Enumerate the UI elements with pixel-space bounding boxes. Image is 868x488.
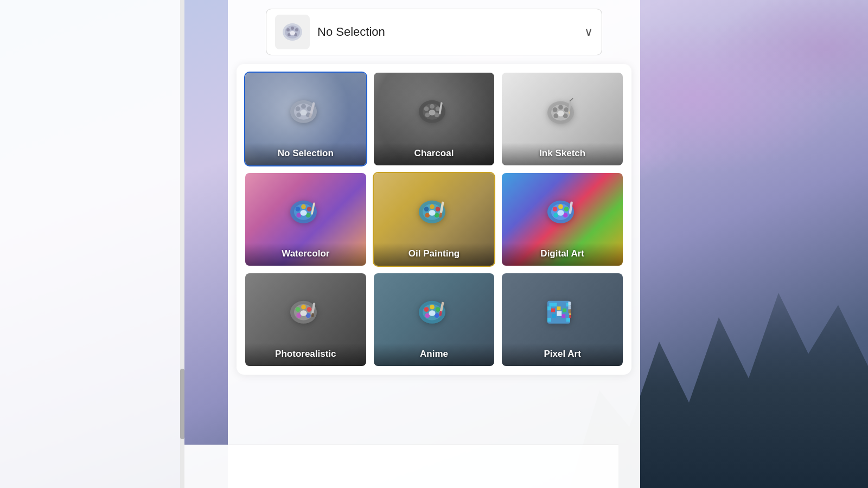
svg-rect-105 — [569, 313, 571, 315]
svg-point-51 — [436, 207, 441, 211]
svg-rect-92 — [547, 318, 551, 322]
svg-point-29 — [552, 107, 557, 112]
dropdown-icon-box — [275, 15, 310, 49]
svg-point-45 — [301, 210, 307, 216]
svg-point-25 — [429, 110, 435, 115]
svg-rect-91 — [566, 318, 570, 322]
card-label-photorealistic: Photorealistic — [245, 343, 366, 366]
svg-point-42 — [307, 207, 312, 211]
svg-point-2 — [286, 28, 290, 31]
main-panel: No Selection ∨ No Selection — [228, 0, 640, 488]
svg-rect-104 — [568, 311, 571, 313]
scrollbar[interactable] — [180, 0, 184, 488]
svg-rect-98 — [557, 311, 561, 316]
svg-rect-96 — [561, 314, 565, 318]
svg-point-34 — [557, 111, 564, 117]
sidebar-left — [0, 0, 184, 488]
svg-rect-101 — [568, 305, 571, 307]
style-card-no-selection[interactable]: No Selection — [244, 72, 367, 166]
svg-point-61 — [564, 207, 569, 211]
svg-rect-89 — [547, 306, 551, 310]
scroll-thumb[interactable] — [180, 369, 184, 439]
style-card-watercolor[interactable]: Watercolor — [244, 172, 367, 267]
svg-point-59 — [552, 207, 557, 211]
style-card-oil-painting[interactable]: Oil Painting — [373, 172, 496, 267]
svg-point-41 — [301, 204, 306, 209]
svg-line-35 — [570, 98, 573, 101]
dropdown-label: No Selection — [317, 25, 577, 39]
palette-watercolor-icon — [286, 192, 324, 237]
card-label-watercolor: Watercolor — [245, 243, 366, 266]
style-card-charcoal[interactable]: Charcoal — [373, 72, 496, 166]
palette-pixel-icon — [544, 293, 582, 337]
svg-point-7 — [290, 31, 295, 35]
svg-point-4 — [295, 28, 298, 31]
card-label-oil-painting: Oil Painting — [374, 243, 495, 266]
sidebar-right — [618, 0, 868, 488]
svg-point-60 — [558, 204, 563, 209]
palette-photo-icon — [286, 293, 324, 337]
card-label-no-selection: No Selection — [245, 143, 366, 165]
style-card-anime[interactable]: Anime — [373, 272, 496, 367]
style-grid: No Selection Charcoal Ink Sketch — [237, 64, 631, 375]
svg-rect-87 — [549, 303, 553, 306]
style-card-photorealistic[interactable]: Photorealistic — [244, 272, 367, 367]
svg-rect-100 — [568, 304, 571, 306]
svg-point-21 — [430, 104, 435, 108]
svg-rect-95 — [563, 308, 566, 312]
svg-point-68 — [296, 307, 301, 312]
svg-rect-106 — [569, 315, 571, 318]
svg-rect-97 — [552, 314, 556, 318]
svg-rect-94 — [557, 306, 560, 310]
svg-point-54 — [429, 210, 435, 216]
svg-rect-103 — [568, 309, 571, 311]
svg-point-11 — [301, 104, 306, 108]
style-card-pixel-art[interactable]: Pixel Art — [501, 272, 624, 367]
card-label-anime: Anime — [374, 343, 495, 366]
palette-digital-icon — [544, 192, 582, 237]
svg-point-73 — [301, 310, 307, 316]
svg-point-30 — [558, 105, 563, 110]
bottom-area — [184, 445, 618, 488]
style-card-digital-art[interactable]: Digital Art — [501, 172, 624, 267]
svg-point-64 — [557, 210, 564, 216]
palette-gray-icon — [286, 92, 324, 137]
svg-point-40 — [296, 207, 301, 211]
card-label-ink-sketch: Ink Sketch — [502, 143, 623, 165]
svg-point-10 — [296, 106, 301, 111]
palette-oil-icon — [415, 192, 453, 237]
svg-point-70 — [307, 307, 312, 312]
style-card-ink-sketch[interactable]: Ink Sketch — [501, 72, 624, 166]
svg-point-50 — [430, 204, 435, 209]
svg-point-78 — [424, 307, 429, 312]
card-label-charcoal: Charcoal — [374, 143, 495, 165]
card-label-pixel-art: Pixel Art — [502, 343, 623, 366]
svg-rect-102 — [568, 307, 571, 310]
palette-anime-icon — [415, 293, 453, 337]
dropdown-palette-icon — [280, 20, 304, 44]
chevron-down-icon: ∨ — [584, 25, 593, 39]
palette-dark-icon — [415, 92, 453, 137]
svg-point-79 — [430, 304, 435, 309]
style-dropdown[interactable]: No Selection ∨ — [266, 9, 602, 55]
svg-point-83 — [429, 310, 435, 316]
palette-sketch-icon — [544, 92, 582, 137]
svg-point-15 — [301, 110, 307, 115]
svg-point-31 — [564, 107, 569, 112]
svg-point-3 — [291, 27, 294, 30]
svg-rect-93 — [551, 308, 555, 312]
svg-point-49 — [424, 207, 429, 211]
svg-rect-88 — [553, 303, 557, 306]
card-label-digital-art: Digital Art — [502, 243, 623, 266]
dropdown-wrapper: No Selection ∨ — [266, 9, 602, 55]
svg-rect-99 — [568, 301, 571, 304]
svg-point-69 — [301, 304, 306, 309]
svg-point-20 — [424, 106, 429, 111]
svg-point-80 — [436, 307, 441, 312]
